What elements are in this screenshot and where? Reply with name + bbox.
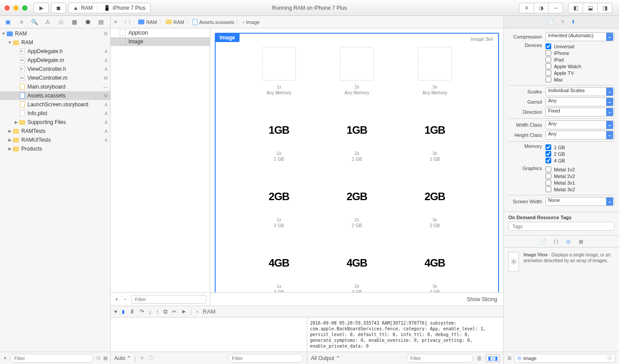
step-out-button[interactable]: ↑ [156, 308, 159, 315]
disclosure-triangle-icon[interactable]: ▼ [7, 40, 12, 45]
image-slot-content[interactable]: 2GB [262, 180, 296, 213]
tree-row[interactable]: ViewController.hA [0, 65, 110, 74]
variables-scope-popup[interactable]: Auto ⌃ [114, 355, 131, 361]
asset-list[interactable]: AppIconImage [111, 28, 210, 292]
jump-item-0[interactable]: RAM [146, 19, 157, 25]
memory-graph-button[interactable]: ✂ [172, 308, 177, 315]
view-debug-button[interactable]: ⧉ [163, 308, 167, 315]
tree-row[interactable]: ▶RAMTestsA [0, 127, 110, 136]
search-scope-icon[interactable]: ◎ [517, 355, 522, 361]
jump-item-1[interactable]: RAM [174, 19, 184, 25]
device-checkbox[interactable] [545, 77, 551, 82]
disclosure-triangle-icon[interactable]: ▶ [13, 120, 19, 124]
image-slot-content[interactable]: 1GB [262, 113, 296, 147]
jump-item-3[interactable]: Image [246, 19, 260, 25]
image-slot-content[interactable]: 2GB [418, 180, 452, 213]
stop-button[interactable]: ◼ [51, 3, 66, 13]
image-slot[interactable]: 4GB3x4 GB [407, 246, 463, 292]
tree-row[interactable]: AppDelegate.hA [0, 47, 110, 56]
report-navigator-tab[interactable]: ▤ [97, 19, 105, 25]
pause-button[interactable]: ⏸ [129, 308, 135, 315]
device-checkbox[interactable] [545, 57, 551, 62]
asset-row[interactable]: Image [111, 37, 210, 46]
image-slot[interactable]: 1GB2x1 GB [329, 113, 385, 162]
symbol-navigator-tab[interactable]: ⌗ [17, 19, 26, 26]
console-output-popup[interactable]: All Output ⌃ [311, 355, 340, 361]
width-class-select[interactable]: Any [545, 120, 615, 129]
image-slot-empty[interactable] [262, 47, 296, 81]
file-tree[interactable]: ▼ RAM M ▼RAMAppDelegate.hAAppDelegate.mA… [0, 28, 110, 352]
show-slicing-button[interactable]: Show Slicing [467, 296, 497, 302]
scales-select[interactable]: Individual Scales [545, 87, 615, 96]
library-content[interactable]: ✳ Image View - Displays a single image, … [504, 248, 619, 352]
height-class-select[interactable]: Any [545, 131, 615, 139]
image-slot[interactable]: 4GB1x4 GB [251, 246, 307, 292]
image-slot-content[interactable]: 2GB [340, 180, 374, 213]
image-slot-content[interactable]: 1GB [340, 113, 374, 147]
image-slot-content[interactable]: 4GB [340, 246, 374, 280]
zoom-window-button[interactable] [22, 5, 27, 11]
image-slot[interactable]: 2GB3x2 GB [407, 180, 463, 228]
info-button[interactable]: ⓘ [148, 354, 154, 362]
memory-checkbox[interactable] [545, 151, 551, 157]
show-console-button[interactable]: ◨ [493, 355, 498, 361]
tree-row[interactable]: ViewController.mM [0, 74, 110, 82]
test-navigator-tab[interactable]: ◇ [57, 19, 66, 25]
scheme-selector[interactable]: ▲ RAM 〉 📱 iPhone 7 Plus [68, 3, 151, 13]
tree-root[interactable]: ▼ RAM M [0, 29, 110, 38]
disclosure-triangle-icon[interactable]: ▶ [7, 138, 12, 142]
run-button[interactable]: ▶ [34, 3, 49, 13]
disclosure-triangle-icon[interactable]: ▶ [7, 129, 12, 133]
asset-filter-input[interactable] [131, 295, 206, 304]
variables-view[interactable] [111, 318, 307, 352]
find-navigator-tab[interactable]: 🔍 [30, 19, 39, 25]
image-slot-empty[interactable] [340, 47, 374, 81]
debug-navigator-tab[interactable]: ▦ [70, 19, 79, 25]
hide-debug-area-button[interactable]: ▾ [114, 308, 117, 315]
standard-editor-button[interactable]: ≡ [519, 3, 534, 13]
clear-search-button[interactable]: ⓧ [607, 355, 612, 361]
image-slot[interactable]: 2xAny Memory [329, 47, 385, 96]
image-slot[interactable]: 1xAny Memory [251, 47, 307, 96]
close-window-button[interactable] [4, 5, 10, 11]
forward-button[interactable]: 〉 [128, 19, 133, 25]
image-slot[interactable]: 3xAny Memory [407, 47, 463, 96]
jump-bar[interactable]: ⌗ 〈 〉 RAM 〉 RAM 〉 Assets.xcassets 〉 ▫ Im… [111, 16, 504, 28]
jump-item-2[interactable]: Assets.xcassets [199, 19, 234, 25]
recent-filter-button[interactable]: ◷ [96, 355, 101, 361]
toggle-debug-button[interactable]: ⬓ [583, 3, 598, 13]
tree-row[interactable]: ▶Supporting FilesA [0, 118, 110, 127]
device-checkbox[interactable] [545, 43, 551, 49]
image-slot[interactable]: 2GB1x2 GB [251, 180, 307, 228]
image-slot[interactable]: 2GB2x2 GB [329, 180, 385, 228]
library-search-input[interactable]: ◎ image ⓧ [514, 354, 615, 363]
file-inspector-tab[interactable]: 📄 [548, 19, 554, 25]
file-template-library-tab[interactable]: 📄 [540, 239, 546, 244]
add-button[interactable]: ＋ [3, 355, 8, 361]
device-checkbox[interactable] [545, 63, 551, 69]
attributes-inspector-tab[interactable]: ⬇ [571, 19, 575, 25]
console-output[interactable]: 2016-09-08 05:20:59.335743 RAM[30712:970… [307, 318, 503, 352]
location-button[interactable]: ➤ [181, 308, 186, 315]
toggle-inspector-button[interactable]: ◨ [597, 3, 612, 13]
tree-row[interactable]: AppDelegate.mA [0, 56, 110, 65]
add-asset-button[interactable]: ＋ [114, 296, 119, 302]
scm-filter-button[interactable]: ▦ [103, 355, 108, 361]
screen-width-select[interactable]: None [545, 197, 615, 206]
assistant-editor-button[interactable]: ◑ [534, 3, 549, 13]
tree-row[interactable]: Assets.xcassetsM [0, 91, 110, 100]
clear-console-button[interactable]: 🗑 [477, 355, 482, 361]
breakpoint-navigator-tab[interactable]: ⬣ [83, 19, 92, 25]
disclosure-triangle-icon[interactable]: ▼ [1, 31, 6, 36]
project-navigator-tab[interactable]: ▣ [4, 19, 12, 25]
image-slot-content[interactable]: 4GB [262, 246, 296, 280]
asset-row[interactable]: AppIcon [111, 28, 210, 37]
memory-checkbox[interactable] [545, 158, 551, 163]
image-slot[interactable]: 1GB3x1 GB [407, 113, 463, 162]
quicklook-button[interactable]: 👁 [139, 355, 145, 361]
version-editor-button[interactable]: ↔ [548, 3, 563, 13]
related-items-icon[interactable]: ⌗ [114, 19, 117, 25]
compression-select[interactable]: Inherited (Automatic) [545, 32, 615, 41]
direction-select[interactable]: Fixed [545, 108, 615, 116]
issue-navigator-tab[interactable]: ⚠ [43, 19, 52, 25]
